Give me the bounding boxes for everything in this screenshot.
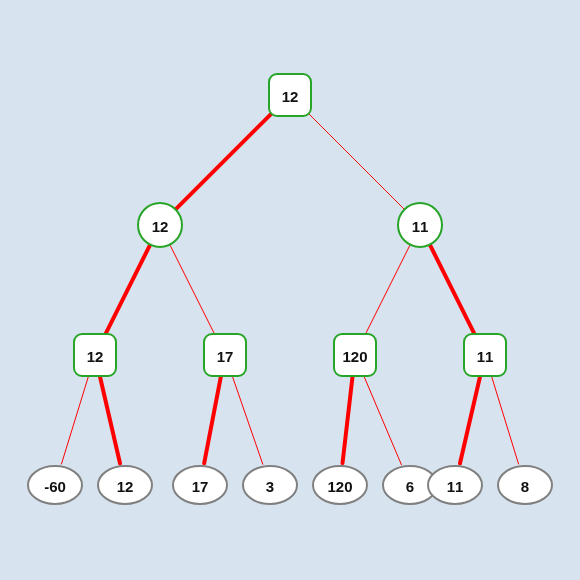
node-value: 120	[342, 348, 367, 365]
edge	[491, 376, 518, 464]
edge-selected	[430, 245, 475, 336]
max-node: 17	[204, 334, 246, 376]
min-node: 11	[398, 203, 442, 247]
leaf-node: 17	[173, 466, 227, 504]
edges-layer	[61, 111, 518, 465]
node-value: 12	[117, 478, 134, 495]
edge	[365, 245, 410, 336]
leaf-node: 8	[498, 466, 552, 504]
node-value: -60	[44, 478, 66, 495]
nodes-layer: 121211121712011-60121731206118	[28, 74, 552, 504]
max-node: 120	[334, 334, 376, 376]
max-node: 12	[269, 74, 311, 116]
node-value: 11	[477, 348, 494, 365]
leaf-node: -60	[28, 466, 82, 504]
edge	[232, 376, 263, 464]
node-value: 11	[447, 478, 464, 495]
edge	[61, 376, 88, 464]
node-value: 6	[406, 478, 414, 495]
min-node: 12	[138, 203, 182, 247]
edge	[306, 111, 405, 210]
leaf-node: 3	[243, 466, 297, 504]
edge	[170, 245, 215, 336]
edge-selected	[343, 377, 353, 463]
max-node: 12	[74, 334, 116, 376]
max-node: 11	[464, 334, 506, 376]
edge-selected	[204, 377, 221, 464]
edge-selected	[105, 245, 150, 336]
edge-selected	[100, 376, 120, 463]
node-value: 120	[327, 478, 352, 495]
node-value: 12	[152, 218, 169, 235]
node-value: 17	[192, 478, 209, 495]
edge-selected	[460, 376, 480, 463]
leaf-node: 11	[428, 466, 482, 504]
node-value: 17	[217, 348, 234, 365]
node-value: 3	[266, 478, 274, 495]
node-value: 12	[282, 88, 299, 105]
edge	[364, 375, 402, 464]
edge-selected	[176, 111, 275, 210]
leaf-node: 120	[313, 466, 367, 504]
leaf-node: 12	[98, 466, 152, 504]
node-value: 12	[87, 348, 104, 365]
minimax-tree-diagram: 121211121712011-60121731206118	[0, 0, 580, 580]
node-value: 11	[412, 218, 429, 235]
node-value: 8	[521, 478, 529, 495]
